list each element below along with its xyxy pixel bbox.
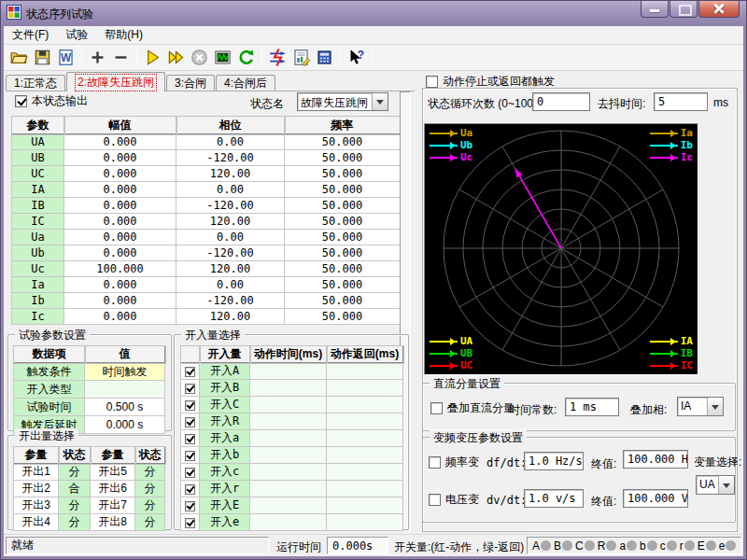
frequency-cell[interactable]: 50.000 — [285, 134, 401, 150]
phase-cell[interactable]: -120.00 — [176, 150, 285, 166]
frequency-cell[interactable]: 50.000 — [285, 245, 401, 261]
tab-fault-trip-state[interactable]: 2:故障失压跳闸 — [66, 72, 165, 91]
amplitude-cell[interactable]: 0.000 — [64, 198, 176, 214]
superimpose-phase-dropdown[interactable]: IA — [677, 397, 724, 416]
input-checkbox[interactable] — [181, 447, 200, 464]
input-checkbox[interactable] — [181, 464, 200, 481]
state-name-dropdown[interactable]: 故障失压跳闸 — [297, 92, 388, 111]
output-state-cell[interactable]: 分 — [135, 497, 165, 514]
phase-cell[interactable]: -120.00 — [176, 293, 285, 309]
switch-led: c — [660, 539, 677, 553]
freq-end-input[interactable]: 100.000 Hz — [623, 450, 688, 469]
frequency-cell[interactable]: 50.000 — [285, 166, 401, 182]
time-constant-input[interactable]: 1 ms — [565, 398, 619, 416]
output-contact-button[interactable] — [266, 47, 289, 69]
menu-help[interactable]: 帮助(H) — [96, 25, 151, 45]
state-output-checkbox[interactable]: 本状态输出 — [15, 93, 88, 109]
input-checkbox[interactable] — [181, 514, 200, 531]
help-button[interactable]: ? — [345, 47, 368, 69]
frequency-cell[interactable]: 50.000 — [285, 150, 401, 166]
input-checkbox[interactable] — [181, 380, 200, 397]
frequency-cell[interactable]: 50.000 — [285, 293, 401, 309]
phase-cell[interactable]: 120.00 — [176, 214, 285, 230]
minimize-button[interactable] — [641, 0, 669, 18]
switch-led: A — [532, 539, 551, 553]
phase-cell[interactable]: 0.00 — [176, 182, 285, 198]
calculator-button[interactable] — [313, 47, 336, 69]
tab-after-close-state[interactable]: 4:合闸后 — [216, 75, 275, 91]
toolbar-separator — [340, 49, 341, 67]
input-checkbox[interactable] — [181, 363, 200, 380]
undo-button[interactable] — [234, 47, 258, 69]
maximize-button[interactable] — [669, 0, 698, 18]
value-cell[interactable]: 时间触发 — [85, 363, 165, 381]
amplitude-cell[interactable]: 0.000 — [64, 182, 176, 198]
input-checkbox[interactable] — [181, 413, 200, 430]
frequency-cell[interactable]: 50.000 — [285, 214, 401, 230]
open-button[interactable] — [7, 47, 31, 69]
output-state-cell[interactable]: 分 — [59, 514, 91, 531]
frequency-cell[interactable]: 50.000 — [285, 309, 401, 325]
test-params-table: 数据项 值 触发条件 时间触发 开入类型 试验时间 0.500 s 触发后延时 … — [13, 345, 165, 434]
output-state-cell[interactable]: 合 — [59, 481, 91, 497]
phase-cell[interactable]: 0.00 — [176, 134, 285, 150]
phase-cell[interactable]: 120.00 — [176, 166, 285, 182]
debounce-input[interactable]: 5 — [654, 92, 708, 111]
phase-cell[interactable]: 0.00 — [176, 277, 285, 293]
amplitude-cell[interactable]: 0.000 — [64, 214, 176, 230]
input-checkbox[interactable] — [181, 497, 200, 514]
value-cell[interactable]: 0.000 s — [85, 416, 165, 434]
amplitude-cell[interactable]: 0.000 — [64, 134, 176, 150]
amplitude-cell[interactable]: 0.000 — [64, 230, 176, 245]
amplitude-cell[interactable]: 0.000 — [64, 245, 176, 261]
dc-superimpose-checkbox[interactable]: 叠加直流分量 — [430, 400, 514, 416]
frequency-cell[interactable]: 50.000 — [285, 277, 401, 293]
output-state-cell[interactable]: 分 — [135, 514, 165, 531]
volt-ramp-checkbox[interactable]: 电压变 — [429, 492, 479, 508]
report-button[interactable] — [289, 47, 313, 69]
amplitude-cell[interactable]: 0.000 — [64, 293, 176, 309]
menu-file[interactable]: 文件(F) — [4, 25, 57, 45]
dvdt-input[interactable]: 1.0 v/s — [524, 489, 584, 508]
menu-test[interactable]: 试验 — [57, 25, 96, 45]
amplitude-cell[interactable]: 0.000 — [64, 166, 176, 182]
value-cell[interactable] — [85, 381, 165, 399]
value-cell[interactable]: 0.500 s — [85, 399, 165, 416]
input-checkbox[interactable] — [181, 481, 200, 497]
phase-cell[interactable]: 120.00 — [176, 261, 285, 277]
frequency-cell[interactable]: 50.000 — [285, 230, 401, 245]
output-state-cell[interactable]: 分 — [59, 464, 91, 481]
input-checkbox[interactable] — [181, 430, 200, 447]
phase-cell[interactable]: -120.00 — [176, 245, 285, 261]
add-state-button[interactable] — [86, 47, 109, 69]
amplitude-cell[interactable]: 100.000 — [64, 261, 176, 277]
dfdt-input[interactable]: 1.0 Hz/s — [524, 452, 584, 470]
tab-normal-state[interactable]: 1:正常态 — [6, 75, 65, 91]
fast-forward-button[interactable] — [164, 47, 188, 69]
save-button[interactable] — [31, 47, 54, 69]
waveform-button[interactable] — [211, 47, 234, 69]
start-button[interactable] — [141, 47, 164, 69]
remove-state-button[interactable] — [109, 47, 133, 69]
freq-ramp-checkbox[interactable]: 频率变 — [429, 455, 479, 470]
amplitude-cell[interactable]: 0.000 — [64, 150, 176, 166]
loop-count-input[interactable]: 0 — [532, 92, 590, 111]
stop-button[interactable] — [188, 47, 211, 69]
amplitude-cell[interactable]: 0.000 — [64, 277, 176, 293]
export-word-button[interactable]: W — [54, 47, 78, 69]
output-state-cell[interactable]: 分 — [135, 464, 165, 481]
frequency-cell[interactable]: 50.000 — [285, 198, 401, 214]
phase-cell[interactable]: -120.00 — [176, 198, 285, 214]
variable-select-dropdown[interactable]: UA — [696, 475, 735, 495]
frequency-cell[interactable]: 50.000 — [285, 261, 401, 277]
phase-cell[interactable]: 0.00 — [176, 230, 285, 245]
tab-close-state[interactable]: 3:合闸 — [166, 75, 215, 91]
phase-cell[interactable]: 120.00 — [176, 309, 285, 325]
close-button[interactable] — [698, 0, 740, 18]
input-checkbox[interactable] — [181, 397, 200, 413]
output-state-cell[interactable]: 分 — [135, 481, 165, 497]
frequency-cell[interactable]: 50.000 — [285, 182, 401, 198]
volt-end-input[interactable]: 100.000 V — [623, 489, 688, 508]
amplitude-cell[interactable]: 0.000 — [64, 309, 176, 325]
output-state-cell[interactable]: 分 — [59, 497, 91, 514]
